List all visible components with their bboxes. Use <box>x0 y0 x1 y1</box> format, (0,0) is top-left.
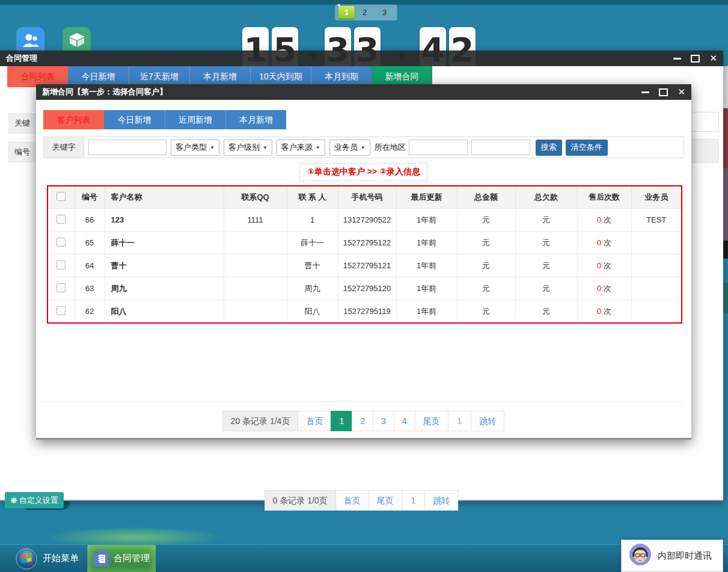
customer-source-dropdown[interactable]: 客户来源 ▼ <box>277 140 325 156</box>
row-checkbox[interactable] <box>57 260 66 269</box>
messenger-panel[interactable]: 内部即时通讯 <box>621 540 723 572</box>
jump-link[interactable]: 跳转 <box>424 490 458 511</box>
cell-agent <box>631 277 682 300</box>
page-1-active[interactable]: 1 <box>331 411 352 431</box>
search-button[interactable]: 搜索 <box>536 140 562 156</box>
table-header-row: 编号 客户名称 联系QQ 联 系 人 手机号码 最后更新 总金额 总欠款 售后次… <box>47 186 682 209</box>
dialog-new-contract-step1: 新增合同【第一步：选择合同客户】 ✕ 客户列表 今日新增 近周新增 本月新增 关… <box>36 84 691 440</box>
row-checkbox[interactable] <box>57 283 66 292</box>
dialog-titlebar[interactable]: 新增合同【第一步：选择合同客户】 ✕ <box>36 84 691 100</box>
customer-row[interactable]: 63 周九 周九 15272795120 1年前 元 元 0 次 <box>47 277 682 300</box>
page-2-link[interactable]: 2 <box>352 411 373 431</box>
maximize-icon[interactable] <box>691 55 700 63</box>
filter-input-partial[interactable] <box>689 112 719 132</box>
customer-source-label: 客户来源 <box>281 142 313 153</box>
select-all-checkbox[interactable] <box>57 192 66 201</box>
cell-debt: 元 <box>515 254 577 277</box>
row-checkbox[interactable] <box>57 306 66 315</box>
pager-page-2[interactable]: 2 <box>355 8 375 17</box>
last-page-link[interactable]: 尾页 <box>415 411 448 431</box>
maximize-icon[interactable] <box>659 88 668 96</box>
keyword-input[interactable] <box>88 140 167 155</box>
salesperson-label: 业务员 <box>334 142 358 153</box>
cell-amount: 元 <box>457 232 515 254</box>
col-agent: 业务员 <box>631 186 682 209</box>
tab-customer-new-month[interactable]: 本月新增 <box>225 110 286 129</box>
chevron-down-icon: ▼ <box>263 145 268 150</box>
cell-qq <box>224 277 287 300</box>
start-menu-button[interactable] <box>16 548 37 570</box>
page-3-link[interactable]: 3 <box>373 411 394 431</box>
customer-row[interactable]: 62 阳八 阳八 15272795119 1年前 元 元 0 次 <box>47 300 682 324</box>
customer-type-label: 客户类型 <box>176 142 207 153</box>
cell-phone: 15272795120 <box>338 277 396 300</box>
cell-phone: 15272795122 <box>338 232 396 254</box>
customer-row[interactable]: 64 曹十 曹十 15272795121 1年前 元 元 0 次 <box>47 254 682 277</box>
cell-amount: 元 <box>457 277 515 300</box>
hint-row: ①单击选中客户 >> ②录入信息 <box>36 163 691 181</box>
row-checkbox[interactable] <box>57 238 66 247</box>
first-page-link[interactable]: 首页 <box>298 411 331 431</box>
close-icon[interactable]: ✕ <box>709 54 717 63</box>
close-icon[interactable]: ✕ <box>678 88 685 96</box>
first-page-link[interactable]: 首页 <box>335 490 369 511</box>
desktop-edge-fragment <box>723 168 728 241</box>
cell-name: 薛十一 <box>105 232 224 254</box>
customer-level-dropdown[interactable]: 客户级别 ▼ <box>224 140 272 156</box>
divider <box>43 401 684 402</box>
dialog-pagination-row: 20 条记录 1/4页 首页 1 2 3 4 尾页 1 跳转 <box>36 411 691 431</box>
cell-debt: 元 <box>515 209 577 232</box>
clear-filters-button[interactable]: 清空条件 <box>566 140 608 156</box>
gear-icon: ❋ <box>10 496 17 505</box>
avatar <box>629 543 652 568</box>
cell-phone: 15272795119 <box>338 300 396 324</box>
taskbar-item-label: 合同管理 <box>114 553 150 564</box>
page-4-link[interactable]: 4 <box>394 411 415 431</box>
taskbar-item-contract-management[interactable]: 合同管理 <box>88 545 156 572</box>
record-summary: 20 条记录 1/4页 <box>222 411 299 431</box>
cell-id: 63 <box>75 277 105 300</box>
tab-customer-list[interactable]: 客户列表 <box>43 110 104 129</box>
pager-page-3[interactable]: 3 <box>375 8 394 17</box>
cell-updated: 1年前 <box>396 300 457 324</box>
desktop-edge-fragment <box>723 283 728 313</box>
cell-count: 0 次 <box>577 254 631 277</box>
page-number-input[interactable]: 1 <box>402 490 426 511</box>
minimize-icon[interactable] <box>673 58 681 60</box>
journal-icon <box>94 551 109 567</box>
customer-type-dropdown[interactable]: 客户类型 ▼ <box>171 140 219 156</box>
dialog-tabs: 客户列表 今日新增 近周新增 本月新增 <box>43 110 286 129</box>
window-titlebar[interactable]: 合同管理 ✕ <box>0 51 723 66</box>
customer-row[interactable]: 65 薛十一 薛十一 15272795122 1年前 元 元 0 次 <box>47 232 682 254</box>
customer-row[interactable]: 66 123 1111 1 13127290522 1年前 元 元 0 次 TE… <box>47 209 682 232</box>
cell-updated: 1年前 <box>396 209 457 232</box>
dialog-pagination: 20 条记录 1/4页 首页 1 2 3 4 尾页 1 跳转 <box>223 411 505 431</box>
cell-qq <box>224 254 287 277</box>
row-checkbox[interactable] <box>57 215 66 224</box>
customer-filter-bar: 关键字 客户类型 ▼ 客户级别 ▼ 客户来源 ▼ 业务员 ▼ 所在地区 搜索 清… <box>43 137 684 158</box>
tab-customer-new-today[interactable]: 今日新增 <box>104 110 165 129</box>
region-input-2[interactable] <box>471 140 530 155</box>
page-number-input[interactable]: 1 <box>448 411 472 431</box>
dialog-title: 新增合同【第一步：选择合同客户】 <box>42 87 167 97</box>
salesperson-dropdown[interactable]: 业务员 ▼ <box>329 140 370 156</box>
cell-debt: 元 <box>515 300 577 324</box>
col-debt: 总欠款 <box>515 186 577 209</box>
tab-customer-new-week[interactable]: 近周新增 <box>165 110 225 129</box>
cell-count: 0 次 <box>577 300 631 324</box>
desktop-pager: 1 2 3 <box>335 4 397 20</box>
col-updated: 最后更新 <box>396 186 457 209</box>
minimize-icon[interactable] <box>641 91 649 93</box>
messenger-label: 内部即时通讯 <box>658 550 712 562</box>
region-input-1[interactable] <box>409 140 468 155</box>
jump-link[interactable]: 跳转 <box>471 411 504 431</box>
custom-settings-button[interactable]: ❋ 自定义设置 <box>5 492 64 508</box>
custom-settings-label: 自定义设置 <box>19 495 58 506</box>
start-menu-label[interactable]: 开始菜单 <box>43 553 79 564</box>
window-pagination: 0 条记录 1/0页 首页 尾页 1 跳转 <box>265 490 459 511</box>
cell-id: 66 <box>75 209 105 232</box>
col-name: 客户名称 <box>105 186 224 209</box>
chevron-down-icon: ▼ <box>361 145 366 150</box>
pager-page-active[interactable]: 1 <box>338 6 355 19</box>
last-page-link[interactable]: 尾页 <box>369 490 402 511</box>
